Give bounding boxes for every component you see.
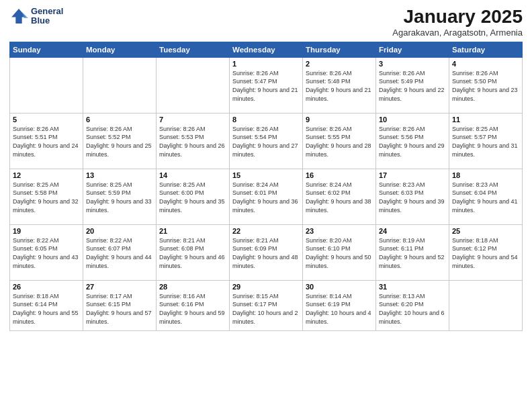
week-row-0: 1Sunrise: 8:26 AMSunset: 5:47 PMDaylight…	[10, 57, 523, 113]
day-number: 5	[13, 116, 80, 124]
day-info: Sunrise: 8:23 AMSunset: 6:03 PMDaylight:…	[379, 181, 446, 214]
header: General Blue January 2025 Agarakavan, Ar…	[9, 7, 523, 38]
day-info: Sunrise: 8:22 AMSunset: 6:07 PMDaylight:…	[86, 236, 153, 270]
day-cell: 26Sunrise: 8:18 AMSunset: 6:14 PMDayligh…	[10, 280, 83, 330]
day-number: 29	[232, 283, 300, 291]
day-number: 6	[86, 116, 153, 124]
day-number: 3	[379, 60, 446, 68]
day-cell: 10Sunrise: 8:26 AMSunset: 5:56 PMDayligh…	[376, 113, 449, 169]
day-info: Sunrise: 8:25 AMSunset: 6:00 PMDaylight:…	[159, 181, 226, 214]
day-cell: 11Sunrise: 8:25 AMSunset: 5:57 PMDayligh…	[449, 113, 523, 169]
day-info: Sunrise: 8:14 AMSunset: 6:19 PMDaylight:…	[306, 292, 373, 326]
day-info: Sunrise: 8:26 AMSunset: 5:52 PMDaylight:…	[86, 125, 153, 158]
day-cell: 9Sunrise: 8:26 AMSunset: 5:55 PMDaylight…	[303, 113, 376, 169]
day-number: 11	[452, 116, 519, 124]
day-header-friday: Friday	[376, 42, 449, 57]
day-info: Sunrise: 8:26 AMSunset: 5:51 PMDaylight:…	[13, 125, 80, 158]
day-number: 18	[452, 171, 519, 179]
week-row-3: 19Sunrise: 8:22 AMSunset: 6:05 PMDayligh…	[10, 224, 523, 280]
month-title: January 2025	[392, 7, 523, 28]
day-number: 14	[159, 171, 226, 179]
day-cell: 30Sunrise: 8:14 AMSunset: 6:19 PMDayligh…	[303, 280, 376, 330]
day-cell: 3Sunrise: 8:26 AMSunset: 5:49 PMDaylight…	[376, 57, 449, 113]
day-header-sunday: Sunday	[10, 42, 83, 57]
day-header-saturday: Saturday	[449, 42, 523, 57]
day-cell: 22Sunrise: 8:21 AMSunset: 6:09 PMDayligh…	[230, 224, 303, 280]
day-cell: 13Sunrise: 8:25 AMSunset: 5:59 PMDayligh…	[83, 169, 157, 224]
day-number: 22	[232, 227, 300, 235]
day-info: Sunrise: 8:15 AMSunset: 6:17 PMDaylight:…	[232, 292, 300, 326]
day-cell: 17Sunrise: 8:23 AMSunset: 6:03 PMDayligh…	[376, 169, 449, 224]
day-info: Sunrise: 8:22 AMSunset: 6:05 PMDaylight:…	[13, 236, 80, 270]
day-info: Sunrise: 8:24 AMSunset: 6:01 PMDaylight:…	[232, 181, 300, 214]
day-cell: 27Sunrise: 8:17 AMSunset: 6:15 PMDayligh…	[83, 280, 157, 330]
day-header-tuesday: Tuesday	[157, 42, 230, 57]
day-info: Sunrise: 8:26 AMSunset: 5:54 PMDaylight:…	[232, 125, 300, 158]
logo: General Blue	[9, 7, 63, 26]
day-number: 15	[232, 171, 300, 179]
day-cell: 2Sunrise: 8:26 AMSunset: 5:48 PMDaylight…	[303, 57, 376, 113]
day-number: 25	[452, 227, 519, 235]
subtitle: Agarakavan, Aragatsotn, Armenia	[392, 28, 523, 38]
day-number: 12	[13, 171, 80, 179]
day-info: Sunrise: 8:16 AMSunset: 6:16 PMDaylight:…	[159, 292, 226, 326]
day-number: 17	[379, 171, 446, 179]
day-info: Sunrise: 8:25 AMSunset: 5:59 PMDaylight:…	[86, 181, 153, 214]
logo-line1: General	[31, 7, 63, 16]
day-cell: 21Sunrise: 8:21 AMSunset: 6:08 PMDayligh…	[157, 224, 230, 280]
day-cell: 16Sunrise: 8:24 AMSunset: 6:02 PMDayligh…	[303, 169, 376, 224]
day-number: 21	[159, 227, 226, 235]
day-cell: 12Sunrise: 8:25 AMSunset: 5:58 PMDayligh…	[10, 169, 83, 224]
logo-icon	[9, 7, 28, 26]
day-number: 9	[306, 116, 373, 124]
day-info: Sunrise: 8:18 AMSunset: 6:12 PMDaylight:…	[452, 236, 519, 270]
day-number: 20	[86, 227, 153, 235]
day-number: 27	[86, 283, 153, 291]
day-info: Sunrise: 8:26 AMSunset: 5:53 PMDaylight:…	[159, 125, 226, 158]
day-info: Sunrise: 8:26 AMSunset: 5:47 PMDaylight:…	[232, 69, 300, 103]
day-number: 1	[232, 60, 300, 68]
logo-text: General Blue	[31, 7, 63, 26]
day-number: 31	[379, 283, 446, 291]
day-info: Sunrise: 8:26 AMSunset: 5:56 PMDaylight:…	[379, 125, 446, 158]
day-cell	[449, 280, 523, 330]
day-cell	[10, 57, 83, 113]
day-cell	[157, 57, 230, 113]
day-number: 24	[379, 227, 446, 235]
header-row: SundayMondayTuesdayWednesdayThursdayFrid…	[10, 42, 523, 57]
day-info: Sunrise: 8:13 AMSunset: 6:20 PMDaylight:…	[379, 292, 446, 326]
day-cell	[83, 57, 157, 113]
day-cell: 15Sunrise: 8:24 AMSunset: 6:01 PMDayligh…	[230, 169, 303, 224]
logo-line2: Blue	[31, 16, 63, 26]
title-block: January 2025 Agarakavan, Aragatsotn, Arm…	[392, 7, 523, 38]
day-cell: 14Sunrise: 8:25 AMSunset: 6:00 PMDayligh…	[157, 169, 230, 224]
day-info: Sunrise: 8:21 AMSunset: 6:09 PMDaylight:…	[232, 236, 300, 270]
day-cell: 6Sunrise: 8:26 AMSunset: 5:52 PMDaylight…	[83, 113, 157, 169]
day-cell: 23Sunrise: 8:20 AMSunset: 6:10 PMDayligh…	[303, 224, 376, 280]
day-number: 28	[159, 283, 226, 291]
day-info: Sunrise: 8:20 AMSunset: 6:10 PMDaylight:…	[306, 236, 373, 270]
day-cell: 1Sunrise: 8:26 AMSunset: 5:47 PMDaylight…	[230, 57, 303, 113]
day-info: Sunrise: 8:26 AMSunset: 5:48 PMDaylight:…	[306, 69, 373, 103]
day-info: Sunrise: 8:26 AMSunset: 5:50 PMDaylight:…	[452, 69, 519, 103]
week-row-4: 26Sunrise: 8:18 AMSunset: 6:14 PMDayligh…	[10, 280, 523, 330]
day-info: Sunrise: 8:21 AMSunset: 6:08 PMDaylight:…	[159, 236, 226, 270]
day-info: Sunrise: 8:26 AMSunset: 5:49 PMDaylight:…	[379, 69, 446, 103]
day-cell: 7Sunrise: 8:26 AMSunset: 5:53 PMDaylight…	[157, 113, 230, 169]
day-cell: 29Sunrise: 8:15 AMSunset: 6:17 PMDayligh…	[230, 280, 303, 330]
day-number: 16	[306, 171, 373, 179]
day-cell: 18Sunrise: 8:23 AMSunset: 6:04 PMDayligh…	[449, 169, 523, 224]
day-header-monday: Monday	[83, 42, 157, 57]
day-cell: 8Sunrise: 8:26 AMSunset: 5:54 PMDaylight…	[230, 113, 303, 169]
day-cell: 28Sunrise: 8:16 AMSunset: 6:16 PMDayligh…	[157, 280, 230, 330]
day-info: Sunrise: 8:23 AMSunset: 6:04 PMDaylight:…	[452, 181, 519, 214]
day-number: 7	[159, 116, 226, 124]
day-number: 13	[86, 171, 153, 179]
calendar: SundayMondayTuesdayWednesdayThursdayFrid…	[9, 42, 523, 331]
day-info: Sunrise: 8:19 AMSunset: 6:11 PMDaylight:…	[379, 236, 446, 270]
day-header-wednesday: Wednesday	[230, 42, 303, 57]
day-cell: 4Sunrise: 8:26 AMSunset: 5:50 PMDaylight…	[449, 57, 523, 113]
day-header-thursday: Thursday	[303, 42, 376, 57]
week-row-2: 12Sunrise: 8:25 AMSunset: 5:58 PMDayligh…	[10, 169, 523, 224]
day-number: 26	[13, 283, 80, 291]
